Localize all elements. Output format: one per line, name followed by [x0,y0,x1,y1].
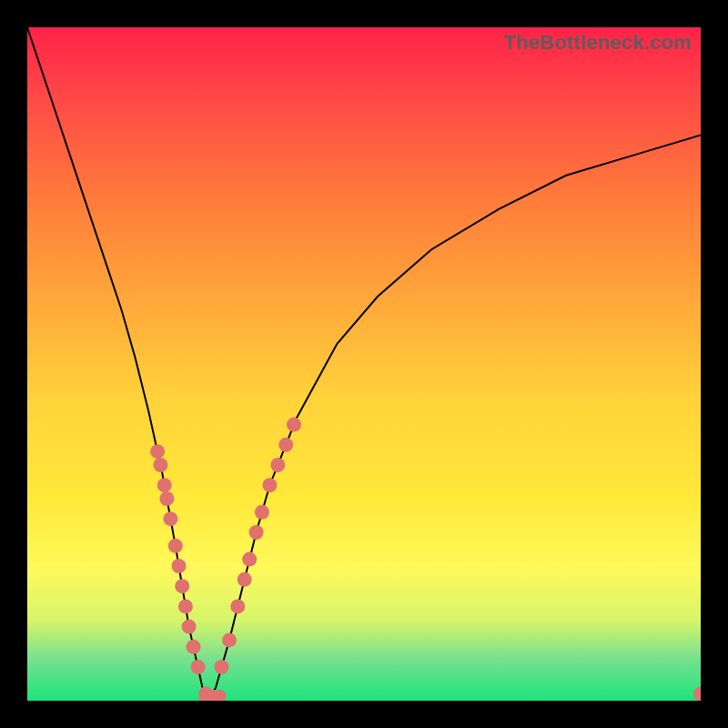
data-marker [178,599,193,613]
data-marker [159,491,174,506]
data-marker [230,599,245,613]
data-marker [182,620,197,634]
data-marker [222,632,237,647]
data-marker [249,525,264,540]
valley-bar [199,690,227,701]
data-marker [157,478,172,492]
chart-overlay [27,27,701,701]
data-marker [255,505,269,520]
data-marker [172,559,187,573]
data-marker [262,478,277,492]
data-marker [238,572,252,587]
chart-frame: TheBottleneck.com [0,0,728,728]
data-marker [278,438,293,452]
data-marker [187,640,201,654]
data-marker [242,552,257,567]
data-marker [168,539,183,553]
data-markers [150,418,701,701]
data-marker [150,444,165,459]
data-marker [191,660,206,674]
data-marker [693,687,701,701]
data-marker [175,579,189,593]
data-marker [215,660,229,674]
plot-area: TheBottleneck.com [27,27,701,701]
data-marker [270,458,285,472]
data-marker [153,458,167,472]
data-marker [287,418,301,432]
data-marker [163,511,177,526]
bottleneck-curve [27,27,701,701]
